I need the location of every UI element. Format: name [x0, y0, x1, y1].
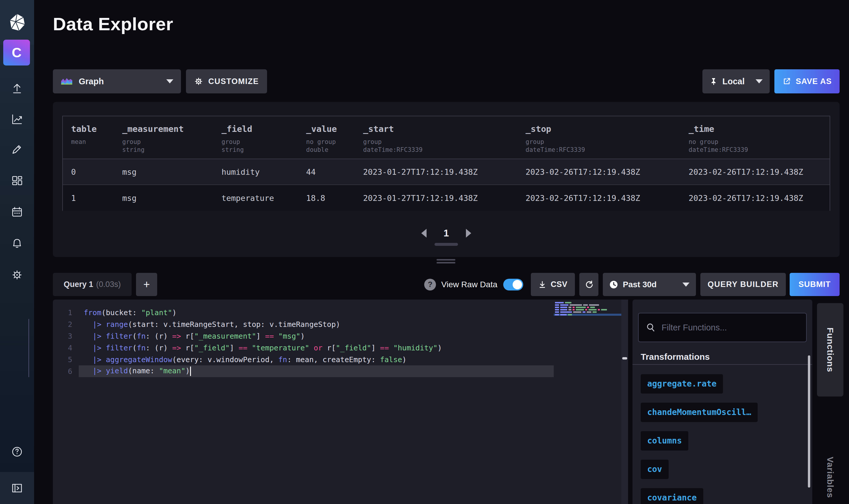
- prev-page-icon[interactable]: [421, 229, 427, 238]
- editor-scrollbar[interactable]: [621, 300, 628, 504]
- csv-label: CSV: [550, 280, 567, 289]
- panel-resize-handle[interactable]: [436, 259, 455, 265]
- table-row: 0msghumidity442023-01-27T17:12:19.438Z20…: [63, 159, 830, 185]
- table-cell: 0: [71, 167, 76, 177]
- table-column-header: _startgroupdateTime:RFC3339: [363, 116, 422, 154]
- plus-icon: +: [143, 278, 150, 291]
- minimap-line: [554, 309, 621, 310]
- raw-data-table: tablemean_measurementgroupstring_fieldgr…: [62, 116, 830, 211]
- chevron-down-icon: [756, 79, 763, 84]
- divider: [632, 364, 812, 365]
- tab-functions[interactable]: Functions: [817, 303, 844, 396]
- download-icon: [538, 281, 546, 289]
- sidebar-item-help[interactable]: [11, 445, 23, 458]
- pencil-icon: [11, 143, 23, 156]
- table-column-header: _measurementgroupstring: [122, 116, 184, 154]
- table-column-header: tablemean: [71, 116, 97, 146]
- submit-button[interactable]: SUBMIT: [790, 273, 839, 296]
- sidebar-item-load-data[interactable]: [11, 82, 23, 94]
- help-badge-icon[interactable]: ?: [424, 279, 436, 290]
- export-icon: [782, 77, 791, 86]
- function-chip[interactable]: aggregate.rate: [641, 374, 723, 394]
- filter-functions-search[interactable]: [638, 313, 807, 342]
- chevron-down-icon: [683, 283, 689, 287]
- editor-minimap[interactable]: [554, 302, 621, 317]
- table-cell: 1: [71, 194, 76, 203]
- customize-button[interactable]: CUSTOMIZE: [186, 69, 267, 93]
- time-range-dropdown[interactable]: Past 30d: [603, 273, 696, 296]
- view-type-dropdown[interactable]: Graph: [53, 69, 181, 93]
- search-icon: [646, 323, 656, 332]
- page-title: Data Explorer: [53, 14, 173, 34]
- raw-data-panel: tablemean_measurementgroupstring_fieldgr…: [53, 102, 839, 257]
- influxdb-logo-icon: [8, 13, 25, 32]
- table-horizontal-scrollbar[interactable]: [434, 243, 458, 246]
- pin-icon: [709, 77, 718, 86]
- org-avatar-label: C: [12, 44, 21, 60]
- table-header-row: tablemean_measurementgroupstring_fieldgr…: [63, 116, 830, 159]
- table-cell: 2023-02-26T17:12:19.438Z: [689, 167, 803, 177]
- add-query-button[interactable]: +: [136, 273, 157, 296]
- code-line[interactable]: 2 |> range(start: v.timeRangeStart, stop…: [53, 318, 628, 330]
- functions-scrollbar-thumb[interactable]: [808, 355, 810, 488]
- refresh-button[interactable]: [579, 273, 598, 296]
- sidebar-expand-button[interactable]: [0, 472, 34, 504]
- table-cell: 18.8: [306, 194, 325, 203]
- table-cell: msg: [122, 194, 137, 203]
- save-as-button[interactable]: SAVE AS: [774, 69, 839, 93]
- org-avatar[interactable]: C: [3, 40, 30, 66]
- line-chart-icon: [11, 113, 23, 126]
- side-tabs: Functions Variables: [817, 300, 844, 504]
- text-cursor: [190, 366, 191, 376]
- function-chip[interactable]: covariance: [641, 488, 703, 504]
- table-cell: 2023-02-26T17:12:19.438Z: [526, 194, 640, 203]
- scope-dropdown[interactable]: Local: [702, 69, 770, 93]
- csv-download-button[interactable]: CSV: [531, 273, 575, 296]
- refresh-icon: [584, 280, 594, 289]
- table-cell: 2023-01-27T17:12:19.438Z: [363, 167, 478, 177]
- area-graph-icon: [60, 76, 73, 86]
- search-input[interactable]: [662, 323, 799, 332]
- calendar-icon: [11, 205, 23, 218]
- minimap-line: [554, 307, 621, 308]
- sidebar-expand-icon: [11, 482, 23, 494]
- table-column-header: _timeno groupdateTime:RFC3339: [689, 116, 748, 154]
- query-builder-button[interactable]: QUERY BUILDER: [700, 273, 786, 296]
- code-line[interactable]: 5 |> aggregateWindow(every: v.windowPeri…: [53, 354, 628, 365]
- function-chip[interactable]: chandeMomentumOscill…: [641, 403, 758, 422]
- table-column-header: _valueno groupdouble: [306, 116, 337, 154]
- tab-variables[interactable]: Variables: [817, 446, 844, 504]
- functions-section-title: Transformations: [641, 352, 710, 362]
- gear-icon: [194, 77, 203, 86]
- view-raw-data-toggle[interactable]: [503, 279, 523, 290]
- code-line[interactable]: 1from(bucket: "plant"): [53, 307, 628, 318]
- sidebar-logo-block: [0, 0, 34, 44]
- editor-scrollbar-thumb[interactable]: [622, 357, 627, 360]
- sidebar-item-settings[interactable]: [11, 268, 23, 281]
- sidebar-item-tasks[interactable]: [11, 205, 23, 218]
- minimap-line: [554, 311, 621, 313]
- sidebar-item-alerts[interactable]: [11, 237, 23, 250]
- sidebar-item-data-explorer[interactable]: [11, 113, 23, 126]
- sidebar-item-notebooks[interactable]: [11, 143, 23, 156]
- table-cell: msg: [122, 167, 137, 177]
- code-line[interactable]: 6 |> yield(name: "mean"): [53, 365, 628, 377]
- chevron-down-icon: [166, 79, 173, 84]
- code-line[interactable]: 4 |> filter(fn: (r) => r["_field"] == "t…: [53, 342, 628, 354]
- upload-icon: [11, 82, 23, 94]
- function-chip[interactable]: cov: [641, 460, 669, 479]
- function-chip[interactable]: columns: [641, 431, 688, 451]
- app-root: C: [0, 0, 849, 504]
- next-page-icon[interactable]: [466, 229, 471, 238]
- table-cell: 2023-02-26T17:12:19.438Z: [526, 167, 640, 177]
- table-cell: 44: [306, 167, 316, 177]
- code-line[interactable]: 3 |> filter(fn: (r) => r["_measurement"]…: [53, 330, 628, 342]
- query-tab[interactable]: Query 1 (0.03s): [53, 273, 132, 296]
- sidebar-item-dashboards[interactable]: [11, 175, 23, 187]
- gear-icon: [11, 268, 23, 281]
- query-tab-label: Query 1: [64, 280, 93, 289]
- minimap-line: [554, 314, 621, 316]
- table-cell: humidity: [221, 167, 260, 177]
- flux-code-editor[interactable]: 1from(bucket: "plant")2 |> range(start: …: [53, 300, 628, 504]
- functions-panel: Transformations aggregate.ratechandeMome…: [632, 300, 812, 504]
